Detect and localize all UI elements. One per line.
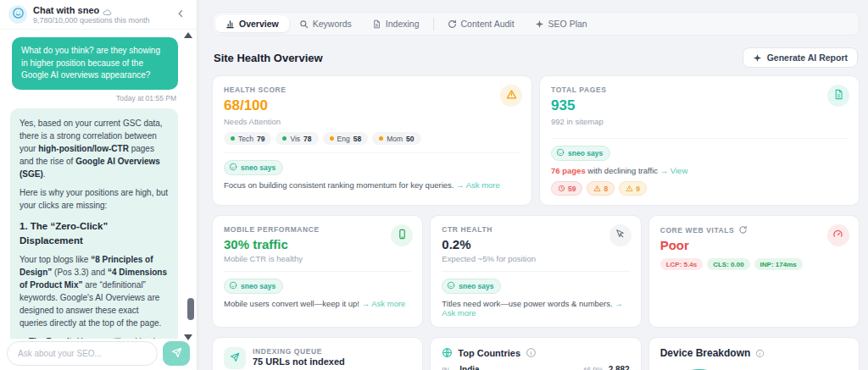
indexing-title: 75 URLs not indexed: [253, 356, 345, 367]
ai-heading: 1. The “Zero-Click” Displacement: [19, 219, 169, 249]
total-pages-value: 935: [551, 97, 848, 114]
status-dot-icon: [231, 136, 235, 141]
sparkle-icon: [753, 53, 762, 63]
info-icon[interactable]: [526, 347, 537, 358]
scroll-down-icon[interactable]: [184, 334, 192, 340]
issue-badge: 9: [619, 181, 647, 196]
vitals-badge: [827, 224, 849, 246]
indexing-badge: [224, 347, 246, 369]
sitemap-count: 992 in sitemap: [551, 117, 848, 126]
subscore-pill: Eng58: [323, 132, 369, 145]
globe-icon: [442, 347, 453, 358]
tab-label: Overview: [239, 19, 279, 29]
device-breakdown-card: Device Breakdown Desktop70%Mobile30%Tabl…: [648, 337, 860, 370]
phone-icon: [397, 228, 408, 243]
audit-icon: [448, 19, 457, 29]
country-code: IN: [442, 366, 454, 370]
chat-title: Chat with sneo: [33, 5, 99, 15]
ai-paragraph: Here is why your positions are high, but…: [19, 186, 169, 212]
pages-badge: [827, 85, 849, 107]
view-link[interactable]: → View: [660, 166, 688, 175]
ai-paragraph: Yes, based on your current GSC data, the…: [19, 117, 169, 180]
subscore-value: 79: [257, 135, 264, 143]
cards-row-3: INDEXING QUEUE 75 URLs not indexed 75 Pe…: [212, 337, 860, 370]
sneo-says-badge: sneo says: [442, 279, 501, 294]
tab-label: Content Audit: [461, 19, 515, 29]
cards-row-1: HEALTH SCORE 68/100 Needs Attention Tech…: [212, 75, 860, 206]
refresh-icon[interactable]: [738, 225, 748, 235]
smiley-icon: [12, 7, 25, 23]
country-count: 2,882: [609, 365, 630, 370]
chat-input-bar: [7, 341, 190, 366]
tab-label: Indexing: [386, 19, 420, 29]
country-percent: 46.9%: [583, 366, 604, 370]
search-icon: [299, 19, 309, 29]
card-label: CTR HEALTH: [442, 225, 629, 234]
tab-keywords[interactable]: Keywords: [289, 15, 362, 32]
chat-messages: What do you think? are they showing in h…: [0, 30, 197, 339]
generate-ai-report-button[interactable]: Generate AI Report: [743, 47, 858, 68]
info-icon[interactable]: [755, 349, 765, 358]
card-label: TOTAL PAGES: [551, 86, 848, 94]
status-dot-icon: [282, 136, 287, 141]
scroll-up-icon[interactable]: [184, 32, 192, 38]
page-title: Site Health Overview: [214, 52, 323, 64]
sparkle-icon: [535, 19, 544, 29]
tab-seo-plan[interactable]: SEO Plan: [525, 15, 598, 32]
sneo-says-badge: sneo says: [224, 279, 283, 294]
issue-count: 59: [568, 185, 576, 193]
status-dot-icon: [379, 136, 383, 141]
ask-more-link[interactable]: → Ask more: [456, 180, 500, 190]
core-web-vitals-card: CORE WEB VITALS Poor LCP: 5.4sCLS: 0.00I…: [648, 215, 860, 328]
ctr-health-card: CTR HEALTH 0.2% Expected ~5% for positio…: [430, 215, 641, 328]
ai-paragraph: Your top blogs like “8 Principles of Des…: [19, 253, 169, 329]
sneo-avatar: [8, 5, 27, 24]
card-label: INDEXING QUEUE: [253, 347, 345, 356]
vitals-metrics: LCP: 5.4sCLS: 0.00INP: 174ms: [660, 258, 848, 270]
tab-content-audit[interactable]: Content Audit: [437, 15, 525, 32]
smiley-icon: [229, 281, 237, 291]
paper-plane-icon: [171, 347, 182, 361]
seo-dashboard: Chat with sneo 9,780/10,000 questions th…: [0, 0, 868, 370]
cards-row-2: MOBILE PERFORMANCE 30% traffic Mobile CT…: [212, 215, 860, 328]
subscore-label: Eng: [337, 135, 350, 143]
issue-count: 8: [604, 185, 608, 193]
ai-message-bubble: Yes, based on your current GSC data, the…: [10, 108, 178, 340]
warn-icon: [593, 185, 601, 192]
section-header: Site Health Overview Generate AI Report: [214, 47, 858, 68]
issue-badge: 59: [551, 181, 582, 196]
chat-header: Chat with sneo 9,780/10,000 questions th…: [0, 0, 197, 30]
collapse-chat-icon[interactable]: [175, 8, 188, 21]
subscore-value: 58: [353, 135, 361, 143]
gauge-icon: [832, 228, 843, 243]
ask-more-link[interactable]: → Ask more: [362, 299, 406, 308]
user-message-bubble: What do you think? are they showing in h…: [12, 37, 178, 90]
cursor-click-icon: [615, 228, 626, 243]
card-label: HEALTH SCORE: [224, 86, 520, 94]
ctr-value: 0.2%: [442, 237, 629, 251]
subscore-label: Tech: [238, 135, 253, 143]
warning-badge: [500, 85, 522, 107]
vital-pill: LCP: 5.4s: [660, 258, 703, 270]
ctr-badge: [609, 224, 632, 246]
subscore-value: 50: [406, 135, 414, 143]
warn-icon: [626, 185, 633, 192]
issue-count: 9: [636, 185, 640, 193]
ai-bullet-text: The Result: You are still ranking in the…: [29, 335, 169, 339]
mobile-performance-card: MOBILE PERFORMANCE 30% traffic Mobile CT…: [212, 215, 423, 328]
tab-overview[interactable]: Overview: [215, 15, 289, 32]
send-button[interactable]: [163, 341, 190, 366]
chat-scrollbar-thumb[interactable]: [187, 298, 194, 320]
message-timestamp: Today at 01:55 PM: [10, 94, 176, 102]
devices-header: Device Breakdown: [660, 347, 848, 359]
chat-usage-counter: 9,780/10,000 questions this month: [33, 16, 169, 25]
sneo-says-badge: sneo says: [224, 160, 283, 175]
health-subscores: Tech79Vis78Eng58Mom50: [224, 132, 520, 145]
issue-badge: 8: [587, 181, 615, 196]
chat-input[interactable]: [7, 341, 158, 366]
indexing-queue-card: INDEXING QUEUE 75 URLs not indexed 75 Pe…: [212, 337, 423, 370]
document-icon: [833, 88, 844, 103]
sneo-advice: Titles need work—use power words & numbe…: [442, 299, 629, 318]
card-label: MOBILE PERFORMANCE: [224, 225, 411, 234]
tab-indexing[interactable]: Indexing: [362, 15, 430, 32]
